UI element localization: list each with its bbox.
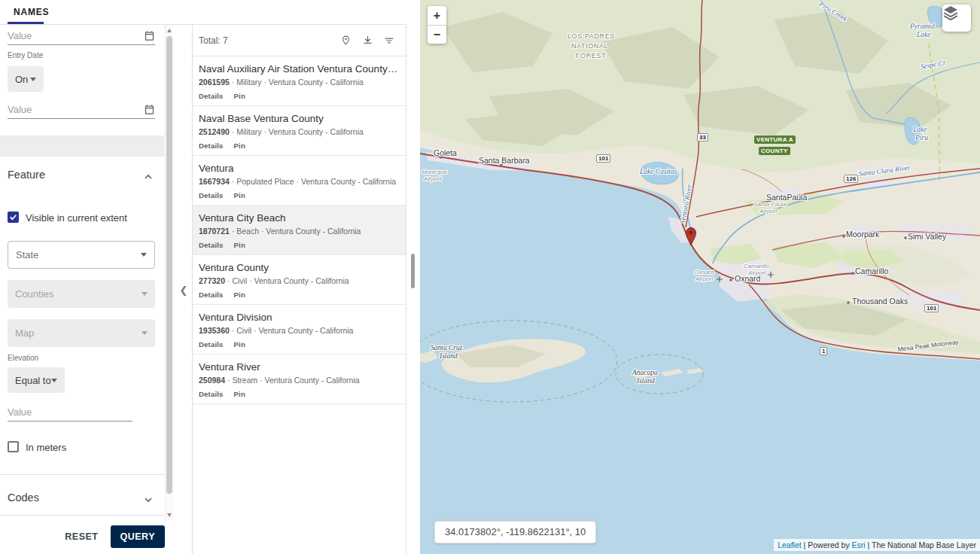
result-meta: · Stream · Ventura County - California	[225, 376, 360, 385]
chevron-up-icon[interactable]	[143, 172, 154, 182]
result-item[interactable]: Naval Auxiliary Air Station Ventura Coun…	[193, 56, 406, 106]
in-meters-label: In meters	[26, 442, 66, 453]
elevation-value-field[interactable]	[8, 397, 132, 422]
in-meters-checkbox[interactable]	[8, 441, 19, 452]
pin-results-icon[interactable]	[339, 35, 352, 47]
result-pin-button[interactable]: Pin	[234, 291, 245, 299]
result-meta-line: 1870721 · Beach · Ventura County - Calif…	[199, 227, 400, 236]
result-id: 2061595	[199, 78, 230, 87]
elevation-value-input[interactable]	[8, 406, 140, 418]
entry-date-operator-select[interactable]: On	[8, 66, 44, 92]
attribution-text: | Powered by	[802, 540, 852, 549]
elevation-operator-select[interactable]: Equal to	[8, 367, 65, 393]
date-value-field-2[interactable]	[8, 95, 155, 119]
result-meta-line: 1935360 · Civil · Ventura County - Calif…	[199, 326, 400, 335]
entry-date-label: Entry Date	[8, 51, 43, 59]
leaflet-link[interactable]: Leaflet	[778, 540, 802, 549]
result-meta-line: 277320 · Civil · Ventura County - Califo…	[199, 276, 400, 285]
result-details-button[interactable]: Details	[199, 92, 224, 100]
result-name: Naval Base Ventura County	[199, 113, 400, 124]
results-list: Naval Auxiliary Air Station Ventura Coun…	[193, 56, 406, 404]
state-select-value: State	[16, 249, 38, 260]
download-icon[interactable]	[361, 35, 373, 47]
zoom-in-button[interactable]: +	[428, 6, 446, 25]
result-pin-button[interactable]: Pin	[234, 142, 245, 150]
result-name: Naval Auxiliary Air Station Ventura Coun…	[199, 63, 400, 75]
app: Entry Date On Feature Visible in current…	[0, 0, 980, 554]
result-meta-line: 2512490 · Military · Ventura County - Ca…	[199, 127, 400, 136]
elevation-label: Elevation	[8, 354, 38, 362]
result-pin-button[interactable]: Pin	[234, 390, 245, 398]
result-name: Ventura County	[199, 262, 400, 273]
zoom-out-button[interactable]: −	[428, 25, 446, 44]
sort-icon[interactable]	[383, 35, 395, 47]
result-details-button[interactable]: Details	[199, 191, 224, 199]
entry-date-operator-value: On	[15, 74, 28, 85]
reset-button[interactable]: RESET	[60, 525, 102, 548]
results-header: Total: 7	[193, 25, 406, 56]
result-name: Ventura City Beach	[199, 212, 400, 224]
scrollbar-thumb[interactable]	[166, 36, 172, 494]
scroll-down-icon[interactable]	[167, 513, 172, 517]
result-pin-button[interactable]: Pin	[234, 191, 245, 199]
result-name: Ventura	[199, 163, 400, 174]
map-select: Map	[8, 319, 155, 347]
result-id: 1667934	[199, 177, 230, 186]
result-id: 2512490	[199, 127, 230, 136]
panel-resize-handle[interactable]	[411, 254, 415, 288]
attribution-basemap: The National Map Base Layer	[872, 540, 976, 549]
result-details-button[interactable]: Details	[199, 291, 224, 299]
esri-link[interactable]: Esri	[852, 540, 866, 549]
visible-extent-checkbox[interactable]	[8, 212, 19, 223]
result-details-button[interactable]: Details	[199, 142, 224, 150]
codes-section-header[interactable]: Codes	[8, 492, 39, 504]
result-meta-line: 250984 · Stream · Ventura County - Calif…	[199, 376, 400, 385]
filter-scrollbar[interactable]	[165, 25, 173, 521]
query-button[interactable]: QUERY	[111, 525, 166, 548]
result-details-button[interactable]: Details	[199, 340, 224, 349]
feature-section-header[interactable]: Feature	[8, 169, 45, 181]
result-name: Ventura River	[199, 361, 400, 373]
divider	[0, 474, 164, 475]
map-canvas[interactable]	[420, 0, 980, 554]
result-item[interactable]: Ventura County 277320 · Civil · Ventura …	[193, 255, 406, 305]
tab-names[interactable]: NAMES	[14, 7, 49, 17]
date-value-input-1[interactable]	[8, 30, 141, 41]
calendar-icon[interactable]	[144, 30, 155, 41]
chevron-down-icon	[51, 379, 57, 382]
divider	[0, 515, 164, 516]
result-item[interactable]: Ventura River 250984 · Stream · Ventura …	[193, 355, 406, 404]
filter-panel: Entry Date On Feature Visible in current…	[0, 0, 173, 554]
layers-icon	[942, 5, 959, 21]
result-item[interactable]: Ventura Division 1935360 · Civil · Ventu…	[193, 305, 406, 355]
result-id: 250984	[199, 376, 225, 385]
result-item[interactable]: Ventura City Beach 1870721 · Beach · Ven…	[193, 205, 406, 255]
result-pin-button[interactable]: Pin	[234, 92, 245, 100]
results-total: Total: 7	[199, 35, 228, 46]
counties-select: Counties	[8, 280, 155, 308]
state-select[interactable]: State	[8, 241, 155, 269]
calendar-icon[interactable]	[144, 104, 155, 115]
result-meta: · Civil · Ventura County - California	[230, 326, 354, 335]
date-value-input-2[interactable]	[8, 104, 141, 115]
chevron-down-icon[interactable]	[143, 495, 154, 505]
scroll-up-icon[interactable]	[167, 29, 172, 32]
counties-select-value: Counties	[15, 288, 53, 300]
result-pin-button[interactable]: Pin	[234, 340, 245, 349]
map[interactable]: Piru CreekPyramidLakeLOS PADRESNATIONALF…	[420, 0, 980, 554]
filter-actions-bar: RESET QUERY	[0, 519, 173, 554]
result-meta-line: 2061595 · Military · Ventura County - Ca…	[199, 78, 400, 87]
result-meta: · Military · Ventura County - California	[230, 78, 364, 87]
result-item[interactable]: Naval Base Ventura County 2512490 · Mili…	[193, 106, 406, 156]
result-item[interactable]: Ventura 1667934 · Populated Place · Vent…	[193, 156, 406, 205]
result-details-button[interactable]: Details	[199, 390, 224, 398]
result-details-button[interactable]: Details	[199, 241, 224, 249]
chevron-down-icon	[30, 78, 36, 81]
result-meta: · Military · Ventura County - California	[230, 127, 364, 136]
disabled-field	[0, 135, 164, 157]
collapse-panel-button[interactable]: ❮	[176, 280, 191, 300]
layers-button[interactable]	[942, 5, 971, 32]
result-pin-button[interactable]: Pin	[234, 241, 245, 249]
tab-bar: NAMES	[0, 0, 406, 25]
result-id: 277320	[199, 276, 225, 285]
